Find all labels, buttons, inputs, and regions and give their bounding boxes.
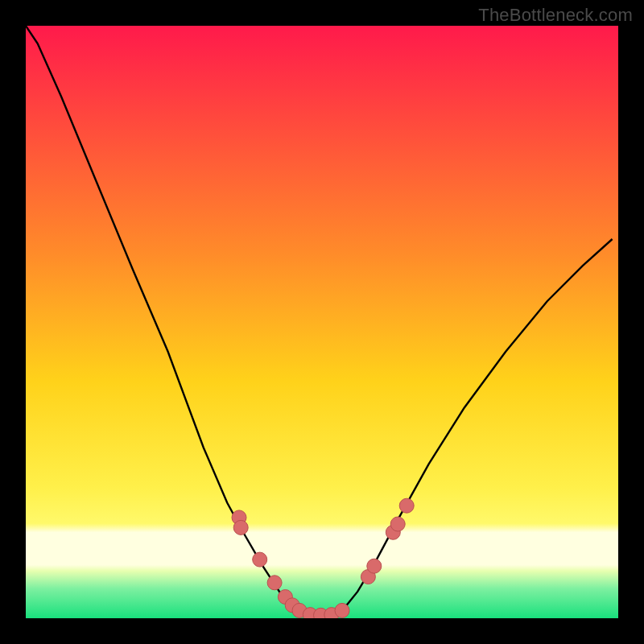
data-marker [267, 576, 282, 590]
data-marker [399, 498, 414, 513]
watermark-text: TheBottleneck.com [478, 5, 633, 26]
data-marker [233, 520, 248, 535]
bottleneck-chart [26, 26, 618, 618]
data-marker [390, 517, 405, 531]
chart-frame: TheBottleneck.com [0, 0, 644, 644]
data-marker [367, 559, 382, 573]
data-marker [335, 603, 349, 617]
data-marker [253, 552, 267, 567]
